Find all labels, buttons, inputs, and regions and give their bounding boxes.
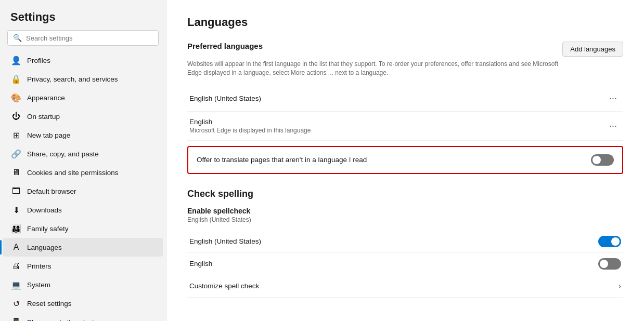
share-icon: 🔗	[11, 149, 21, 158]
spellcheck-language-list: English (United States)English	[187, 231, 623, 275]
sidebar-item-system[interactable]: 💻System	[3, 275, 163, 294]
preferred-languages-header: Preferred languages Add languages	[187, 42, 623, 57]
check-spelling-section: Check spelling Enable spellcheck English…	[187, 189, 623, 298]
page-title: Languages	[187, 16, 623, 29]
sidebar-item-new-tab[interactable]: ⊞New tab page	[3, 126, 163, 144]
cookies-icon: 🖥	[11, 168, 21, 177]
add-languages-button[interactable]: Add languages	[562, 42, 623, 57]
sidebar-item-label-default-browser: Default browser	[27, 188, 76, 195]
check-spelling-title: Check spelling	[187, 189, 623, 199]
downloads-icon: ⬇	[11, 205, 21, 215]
preferred-languages-title: Preferred languages	[187, 42, 263, 50]
sidebar-item-label-family-safety: Family safety	[27, 225, 69, 233]
lang-name: English (United States)	[189, 95, 261, 102]
sidebar-item-profiles[interactable]: 👤Profiles	[3, 51, 163, 70]
sidebar: Settings 🔍 👤Profiles🔒Privacy, search, an…	[0, 0, 166, 321]
sidebar-item-share[interactable]: 🔗Share, copy, and paste	[3, 144, 163, 163]
preferred-languages-desc: Websites will appear in the first langua…	[187, 60, 562, 77]
search-input[interactable]	[26, 34, 153, 42]
enable-spellcheck-sub: English (United States)	[187, 216, 623, 223]
phone-icon: 📱	[11, 317, 21, 321]
lang-name: English	[189, 118, 311, 126]
more-actions-button[interactable]: ···	[605, 119, 621, 132]
privacy-icon: 🔒	[11, 74, 21, 84]
sidebar-title: Settings	[0, 0, 166, 30]
sidebar-item-label-system: System	[27, 281, 50, 289]
sidebar-item-label-phone: Phone and other devices	[27, 318, 105, 322]
search-icon: 🔍	[13, 34, 22, 42]
sidebar-item-downloads[interactable]: ⬇Downloads	[3, 200, 163, 219]
search-box[interactable]: 🔍	[7, 30, 159, 46]
translate-offer-label: Offer to translate pages that aren't in …	[197, 156, 367, 164]
sidebar-item-label-privacy: Privacy, search, and services	[27, 75, 118, 83]
translate-offer-toggle[interactable]	[591, 154, 614, 166]
spellcheck-lang-name: English	[189, 260, 212, 268]
languages-icon: A	[11, 243, 21, 252]
spellcheck-toggle-knob-1	[600, 260, 608, 268]
sidebar-item-languages[interactable]: ALanguages	[3, 238, 163, 257]
spellcheck-toggle-0[interactable]	[598, 236, 621, 247]
spellcheck-toggle-1[interactable]	[598, 258, 621, 270]
customize-spell-check-label: Customize spell check	[189, 282, 259, 290]
sidebar-item-on-startup[interactable]: ⏻On startup	[3, 107, 163, 126]
sidebar-item-label-new-tab: New tab page	[27, 131, 70, 139]
lang-info: English (United States)	[189, 95, 261, 102]
spellcheck-lang-name: English (United States)	[189, 237, 261, 245]
on-startup-icon: ⏻	[11, 112, 21, 121]
sidebar-item-label-appearance: Appearance	[27, 94, 65, 102]
sidebar-item-printers[interactable]: 🖨Printers	[3, 257, 163, 275]
lang-info: EnglishMicrosoft Edge is displayed in th…	[189, 118, 311, 134]
preferred-language-row: English (United States)···	[187, 86, 623, 112]
sidebar-item-label-on-startup: On startup	[27, 113, 60, 121]
enable-spellcheck-label: Enable spellcheck	[187, 207, 623, 215]
sidebar-item-label-languages: Languages	[27, 244, 62, 251]
default-browser-icon: 🗔	[11, 186, 21, 196]
sidebar-item-reset[interactable]: ↺Reset settings	[3, 294, 163, 313]
spellcheck-language-row: English (United States)	[187, 231, 623, 253]
language-list: English (United States)···EnglishMicroso…	[187, 86, 623, 141]
sidebar-item-phone[interactable]: 📱Phone and other devices	[3, 313, 163, 321]
pref-lang-title-text: Preferred languages	[187, 42, 263, 50]
customize-spell-check-row[interactable]: Customize spell check ›	[187, 275, 623, 298]
translate-offer-row: Offer to translate pages that aren't in …	[187, 146, 623, 174]
sidebar-item-cookies[interactable]: 🖥Cookies and site permissions	[3, 163, 163, 182]
profiles-icon: 👤	[11, 56, 21, 65]
sidebar-item-appearance[interactable]: 🎨Appearance	[3, 88, 163, 107]
appearance-icon: 🎨	[11, 93, 21, 102]
sidebar-item-label-reset: Reset settings	[27, 300, 72, 307]
lang-sub: Microsoft Edge is displayed in this lang…	[189, 127, 311, 134]
spellcheck-language-row: English	[187, 253, 623, 275]
sidebar-item-privacy[interactable]: 🔒Privacy, search, and services	[3, 70, 163, 88]
sidebar-item-family-safety[interactable]: 👨‍👩‍👧Family safety	[3, 219, 163, 238]
spellcheck-toggle-knob-0	[611, 237, 620, 246]
preferred-languages-section: Preferred languages Add languages Websit…	[187, 42, 623, 141]
new-tab-icon: ⊞	[11, 130, 21, 140]
sidebar-item-label-cookies: Cookies and site permissions	[27, 169, 119, 177]
sidebar-item-label-printers: Printers	[27, 262, 51, 270]
translate-offer-toggle-knob	[593, 156, 601, 164]
printers-icon: 🖨	[11, 261, 21, 271]
reset-icon: ↺	[11, 299, 21, 308]
sidebar-item-label-downloads: Downloads	[27, 206, 62, 214]
more-actions-button[interactable]: ···	[605, 92, 621, 105]
system-icon: 💻	[11, 280, 21, 289]
sidebar-item-label-share: Share, copy, and paste	[27, 150, 99, 158]
family-safety-icon: 👨‍👩‍👧	[11, 224, 21, 233]
main-content: Languages Preferred languages Add langua…	[166, 0, 644, 321]
sidebar-nav: 👤Profiles🔒Privacy, search, and services🎨…	[0, 51, 166, 321]
sidebar-item-label-profiles: Profiles	[27, 57, 50, 64]
preferred-language-row: EnglishMicrosoft Edge is displayed in th…	[187, 112, 623, 141]
chevron-right-icon: ›	[619, 282, 621, 291]
sidebar-item-default-browser[interactable]: 🗔Default browser	[3, 182, 163, 200]
